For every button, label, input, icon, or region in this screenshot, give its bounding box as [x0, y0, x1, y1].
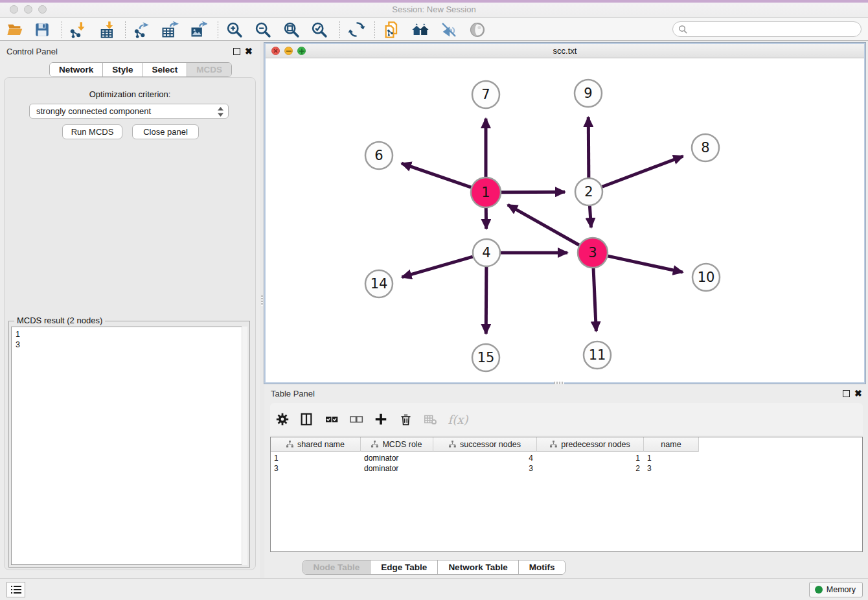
criterion-value: strongly connected component	[36, 106, 151, 116]
column-header-shared-name[interactable]: shared name	[271, 437, 361, 452]
gear-icon[interactable]	[272, 409, 293, 430]
delete-table-icon[interactable]	[420, 409, 440, 430]
search-box[interactable]	[672, 21, 862, 37]
export-network-icon[interactable]	[130, 19, 153, 40]
table-cell[interactable]: 3	[644, 463, 699, 474]
close-panel-button[interactable]: Close panel	[132, 124, 199, 139]
close-panel-icon[interactable]: ✖	[245, 46, 253, 56]
tab-motifs[interactable]: Motifs	[519, 560, 565, 574]
optimization-criterion-label: Optimization criterion:	[5, 89, 255, 99]
network-graph[interactable]: 7968124314101511	[266, 58, 864, 382]
column-header-name[interactable]: name	[644, 437, 699, 452]
tab-network-table[interactable]: Network Table	[438, 560, 518, 574]
graph-node-label-4: 4	[482, 245, 490, 260]
save-session-icon[interactable]	[30, 19, 54, 40]
graph-node-label-2: 2	[584, 184, 593, 200]
graph-node-label-10: 10	[698, 270, 715, 285]
table-cell[interactable]: dominator	[361, 453, 433, 463]
add-column-icon[interactable]	[371, 409, 391, 430]
table-cell[interactable]: 1	[537, 453, 644, 463]
table-cell[interactable]: 1	[271, 453, 361, 463]
function-builder-icon[interactable]: f(x)	[444, 409, 472, 430]
table-header-row: shared nameMCDS rolesuccessor nodesprede…	[271, 437, 699, 452]
open-session-icon[interactable]	[3, 19, 27, 40]
tab-network[interactable]: Network	[50, 63, 103, 76]
tab-edge-table[interactable]: Edge Table	[371, 560, 438, 574]
graph-node-label-14: 14	[371, 276, 388, 292]
app-title-bar: Session: New Session	[0, 0, 868, 17]
mcds-result-title: MCDS result (2 nodes)	[14, 316, 105, 325]
graph-edge-2-3[interactable]	[589, 206, 591, 227]
horizontal-splitter[interactable]	[554, 382, 564, 384]
graph-edge-3-1[interactable]	[508, 205, 579, 245]
graph-node-label-8: 8	[701, 140, 709, 156]
network-window-titlebar[interactable]: scc.txt	[266, 44, 864, 58]
graph-edge-4-15[interactable]	[486, 267, 486, 334]
hide-details-icon[interactable]	[437, 19, 461, 40]
export-image-icon[interactable]	[187, 19, 210, 40]
tab-node-table[interactable]: Node Table	[303, 560, 371, 574]
mcds-result-text[interactable]: 1 3	[11, 327, 247, 565]
table-cell[interactable]: 3	[271, 463, 361, 474]
task-history-button[interactable]	[6, 582, 25, 597]
run-mcds-button[interactable]: Run MCDS	[62, 124, 122, 139]
tab-select[interactable]: Select	[143, 63, 188, 76]
network-canvas[interactable]: 7968124314101511	[266, 58, 864, 382]
criterion-select[interactable]: strongly connected component	[29, 104, 229, 119]
import-table-icon[interactable]	[96, 19, 119, 40]
search-input[interactable]	[688, 23, 861, 36]
result-scrollbar[interactable]	[242, 327, 247, 565]
memory-button[interactable]: Memory	[809, 582, 863, 597]
graph-edge-3-10[interactable]	[608, 256, 682, 272]
control-panel-header: Control Panel ✖	[0, 44, 260, 61]
table-cell[interactable]: 2	[537, 463, 644, 474]
column-tree-icon	[550, 441, 557, 448]
graph-edge-2-8[interactable]	[602, 156, 683, 187]
tab-mcds[interactable]: MCDS	[187, 63, 231, 76]
tab-style[interactable]: Style	[103, 63, 143, 76]
columns-icon[interactable]	[296, 409, 317, 430]
import-network-icon[interactable]	[66, 19, 89, 40]
deselect-all-icon[interactable]	[346, 409, 367, 430]
zoom-fit-icon[interactable]	[280, 19, 303, 40]
clone-network-icon[interactable]	[380, 19, 404, 40]
graph-edge-4-14[interactable]	[402, 257, 473, 277]
float-table-panel-icon[interactable]	[843, 390, 850, 397]
graph-edge-2-9[interactable]	[588, 117, 589, 178]
table-cell[interactable]: dominator	[361, 463, 433, 474]
graph-node-label-3: 3	[588, 245, 597, 260]
column-header-successor-nodes[interactable]: successor nodes	[433, 437, 537, 452]
show-details-icon[interactable]	[466, 19, 489, 40]
memory-status-icon	[815, 586, 823, 594]
export-table-icon[interactable]	[158, 19, 181, 40]
zoom-in-icon[interactable]	[223, 19, 246, 40]
select-all-icon[interactable]	[321, 409, 342, 430]
table-cell[interactable]: 1	[644, 453, 699, 463]
control-panel-tabs: Network Style Select MCDS	[49, 62, 232, 77]
vertical-splitter[interactable]	[260, 41, 264, 578]
graph-edge-1-6[interactable]	[402, 163, 471, 187]
close-table-panel-icon[interactable]: ✖	[854, 388, 862, 398]
table-panel-title: Table Panel	[271, 389, 315, 398]
search-icon	[678, 25, 688, 34]
zoom-selected-icon[interactable]	[308, 19, 331, 40]
table-cell[interactable]: 3	[433, 463, 537, 474]
node-table: shared nameMCDS rolesuccessor nodesprede…	[270, 437, 863, 552]
table-cell[interactable]: 4	[433, 453, 537, 463]
chevron-updown-icon	[217, 106, 224, 119]
network-view-window: scc.txt 7968124314101511	[264, 43, 865, 384]
home-network-icon[interactable]	[409, 19, 432, 40]
zoom-out-icon[interactable]	[251, 19, 275, 40]
control-panel-title: Control Panel	[6, 47, 58, 56]
column-header-predecessor-nodes[interactable]: predecessor nodes	[537, 437, 644, 452]
refresh-icon[interactable]	[345, 19, 368, 40]
graph-edge-3-11[interactable]	[593, 268, 596, 331]
column-header-MCDS-role[interactable]: MCDS role	[361, 437, 433, 452]
mcds-panel: Optimization criterion: strongly connect…	[4, 77, 256, 570]
table-row[interactable]: 3dominator323	[271, 463, 699, 474]
table-row[interactable]: 1dominator411	[271, 453, 699, 463]
graph-node-label-9: 9	[584, 86, 592, 101]
float-panel-icon[interactable]	[233, 48, 240, 55]
delete-icon[interactable]	[395, 409, 416, 430]
graph-edge-1-2[interactable]	[501, 192, 565, 192]
